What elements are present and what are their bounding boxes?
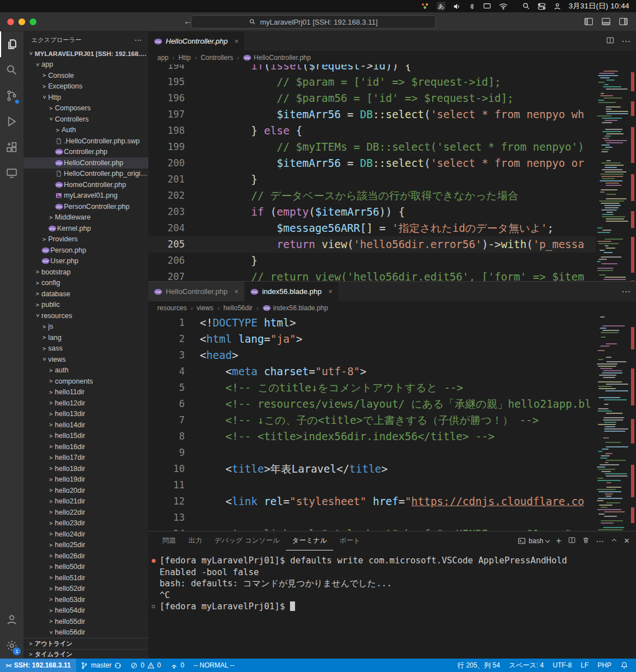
- minimap-bottom[interactable]: [596, 315, 628, 531]
- tree-item-MYLARAVELPRJ01 [SSH: 192.168.3.11][interactable]: >MYLARAVELPRJ01 [SSH: 192.168.3.11]: [24, 48, 148, 59]
- code-line-14[interactable]: 14 <!-- <link rel="stylesheet" href="myK…: [148, 526, 636, 531]
- code-line-205[interactable]: 205 return view('hello56dir.error56')->w…: [148, 236, 636, 253]
- tree-item-Kernel.php[interactable]: phpKernel.php: [24, 223, 148, 234]
- close-tab-icon[interactable]: ×: [328, 287, 333, 296]
- breadcrumb-top[interactable]: app›Http›Controllers›phpHelloController.…: [148, 51, 636, 64]
- tree-item-hello25dir[interactable]: >hello25dir: [24, 540, 148, 551]
- code-line-12[interactable]: 12 <link rel="stylesheet" href="https://…: [148, 493, 636, 510]
- activitybar-extensions[interactable]: [0, 134, 24, 160]
- minimap-top[interactable]: [596, 64, 628, 282]
- code-line-203[interactable]: 203 if (empty($itemArr56)) {: [148, 204, 636, 220]
- shell-picker[interactable]: bash: [518, 537, 549, 545]
- tree-item-hello16dir[interactable]: >hello16dir: [24, 441, 148, 452]
- code-line-199[interactable]: 199 // $myITEMs = DB::select('select * f…: [148, 139, 636, 155]
- sidebar-section-タイムライン[interactable]: >タイムライン: [24, 649, 148, 659]
- tree-item-hello23dir[interactable]: >hello23dir: [24, 518, 148, 529]
- tree-item-HelloController.php_original[interactable]: HelloController.php_original: [24, 169, 148, 180]
- statusbar-language-mode[interactable]: PHP: [593, 659, 616, 672]
- tree-item-bootstrap[interactable]: >bootstrap: [24, 267, 148, 278]
- tree-item-database[interactable]: >database: [24, 288, 148, 300]
- tree-item-hello52dir[interactable]: >hello52dir: [24, 584, 148, 595]
- code-bottom[interactable]: 1<!DOCTYPE html>2<html lang="ja">3<head>…: [148, 315, 636, 531]
- panel-tab-ポート[interactable]: ポート: [333, 531, 366, 550]
- tree-item-views[interactable]: >views: [24, 354, 148, 365]
- window-controls[interactable]: [7, 18, 36, 25]
- command-decoration-error-icon[interactable]: [152, 559, 156, 563]
- panel-more-actions-icon[interactable]: ⋯: [596, 536, 604, 545]
- editor-tab-index56.blade.php[interactable]: phpindex56.blade.php×: [245, 282, 339, 301]
- breadcrumb-item-views[interactable]: views: [197, 304, 213, 312]
- close-tab-icon[interactable]: ×: [235, 37, 239, 45]
- tree-item-config[interactable]: >config: [24, 278, 148, 289]
- tree-item-hello19dir[interactable]: >hello19dir: [24, 474, 148, 486]
- tree-item-hello56dir[interactable]: >hello56dir: [24, 627, 148, 638]
- statusbar-git-branch[interactable]: master: [76, 659, 126, 672]
- activitybar-run-debug[interactable]: [0, 109, 24, 134]
- activitybar-search[interactable]: [0, 57, 24, 83]
- tree-item-Controllers[interactable]: >Controllers: [24, 114, 148, 125]
- tree-item-hello14dir[interactable]: >hello14dir: [24, 419, 148, 431]
- breadcrumb-item-Http[interactable]: Http: [179, 54, 191, 62]
- panel-tab-デバッグ コンソール[interactable]: デバッグ コンソール: [208, 531, 286, 550]
- editor-tab-HelloController.php[interactable]: phpHelloController.php×: [148, 31, 245, 51]
- tree-item-.HelloController.php.swp[interactable]: .HelloController.php.swp: [24, 136, 148, 147]
- kill-terminal-icon[interactable]: [582, 536, 590, 545]
- tree-item-hello55dir[interactable]: >hello55dir: [24, 616, 148, 627]
- code-line-206[interactable]: 206 }: [148, 253, 636, 269]
- code-line-4[interactable]: 4 <meta charset="utf-8">: [148, 363, 636, 380]
- close-panel-icon[interactable]: ×: [624, 536, 629, 546]
- statusbar-cursor-position[interactable]: 行 205、列 54: [453, 659, 504, 672]
- breadcrumb-item-app[interactable]: app: [157, 54, 169, 62]
- minimize-window-button[interactable]: [18, 18, 25, 25]
- split-editor-icon[interactable]: [606, 36, 614, 46]
- tree-item-js[interactable]: >js: [24, 321, 148, 333]
- tree-item-hello17dir[interactable]: >hello17dir: [24, 452, 148, 464]
- tree-item-sass[interactable]: >sass: [24, 343, 148, 354]
- activitybar-remote-explorer[interactable]: [0, 160, 24, 186]
- tree-item-auth[interactable]: >auth: [24, 365, 148, 376]
- layout-sidebar-right-icon[interactable]: [619, 17, 628, 26]
- tree-item-hello26dir[interactable]: >hello26dir: [24, 550, 148, 562]
- editor-more-actions-icon[interactable]: ⋯: [621, 36, 630, 46]
- tree-item-components[interactable]: >components: [24, 376, 148, 387]
- code-line-3[interactable]: 3<head>: [148, 347, 636, 363]
- tree-item-hello24dir[interactable]: >hello24dir: [24, 529, 148, 540]
- close-window-button[interactable]: [7, 18, 14, 25]
- maximize-panel-icon[interactable]: [611, 536, 618, 545]
- layout-panel-icon[interactable]: [601, 17, 611, 26]
- tree-item-hello54dir[interactable]: >hello54dir: [24, 605, 148, 617]
- breadcrumb-item-resources[interactable]: resources: [157, 304, 187, 312]
- breadcrumb-item-hello56dir[interactable]: hello56dir: [223, 304, 252, 312]
- statusbar-notifications[interactable]: [616, 659, 633, 672]
- breadcrumb-item-HelloController.php[interactable]: phpHelloController.php: [243, 54, 311, 62]
- statusbar-ports[interactable]: 0: [166, 659, 189, 672]
- split-terminal-icon[interactable]: [568, 536, 576, 545]
- tree-item-resources[interactable]: >resources: [24, 310, 148, 321]
- tree-item-hello51dir[interactable]: >hello51dir: [24, 572, 148, 584]
- tree-item-Auth[interactable]: >Auth: [24, 125, 148, 136]
- tree-item-hello13dir[interactable]: >hello13dir: [24, 409, 148, 420]
- tree-item-myLaravel01.png[interactable]: myLaravel01.png: [24, 190, 148, 202]
- code-line-198[interactable]: 198 } else {: [148, 123, 636, 139]
- tree-item-Composers[interactable]: >Composers: [24, 103, 148, 114]
- statusbar-indentation[interactable]: スペース: 4: [504, 659, 548, 672]
- tree-item-hello20dir[interactable]: >hello20dir: [24, 485, 148, 496]
- breadcrumb-bottom[interactable]: resources›views›hello56dir›phpindex56.bl…: [148, 301, 636, 315]
- layout-controls[interactable]: [584, 17, 628, 26]
- tree-item-hello22dir[interactable]: >hello22dir: [24, 507, 148, 518]
- tree-item-hello12dir[interactable]: >hello12dir: [24, 398, 148, 409]
- tree-item-HelloController.php[interactable]: phpHelloController.php: [24, 157, 148, 169]
- code-line-202[interactable]: 202 // データベースから該当の行が取得できなかった場合: [148, 188, 636, 204]
- activitybar-accounts[interactable]: [0, 607, 24, 633]
- tree-item-Exceptions[interactable]: >Exceptions: [24, 81, 148, 92]
- command-decoration-idle-icon[interactable]: [152, 605, 155, 608]
- code-line-195[interactable]: 195 // $param = ['id' => $request->id];: [148, 74, 636, 90]
- tree-item-public[interactable]: >public: [24, 300, 148, 311]
- code-line-204[interactable]: 204 $message56ARR[] = '指定されたidのデータ無いよ';: [148, 220, 636, 236]
- tree-item-Providers[interactable]: >Providers: [24, 234, 148, 245]
- statusbar-remote[interactable]: ><SSH: 192.168.3.11: [0, 659, 76, 672]
- code-top[interactable]: 194 if(isset($request->id)) {195 // $par…: [148, 64, 636, 282]
- tree-item-app[interactable]: >app: [24, 59, 148, 71]
- new-terminal-icon[interactable]: +: [556, 536, 561, 546]
- panel-tab-ターミナル[interactable]: ターミナル: [286, 531, 334, 550]
